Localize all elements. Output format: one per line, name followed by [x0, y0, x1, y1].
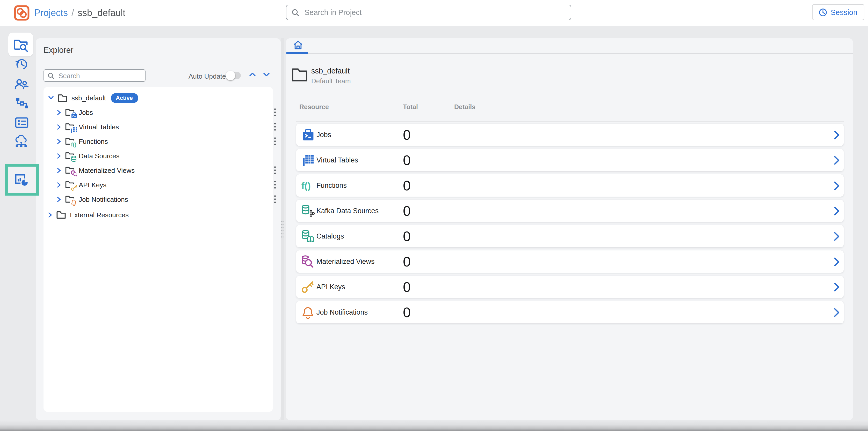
- resource-total: 0: [403, 301, 411, 323]
- kebab-menu-icon[interactable]: [272, 179, 278, 190]
- folder-icon: [57, 211, 66, 219]
- resource-label: Catalogs: [316, 225, 344, 247]
- resource-label: API Keys: [316, 276, 345, 298]
- data-sources-folder-icon: [65, 152, 74, 160]
- resource-row-kafka-data-sources[interactable]: Kafka Data Sources 0: [296, 200, 844, 222]
- resource-row-virtual-tables[interactable]: Virtual Tables 0: [296, 149, 844, 171]
- rail-history-icon[interactable]: [13, 56, 29, 72]
- expand-down-icon[interactable]: [262, 72, 270, 77]
- explorer-search-input[interactable]: [58, 71, 145, 80]
- tree-label: Virtual Tables: [79, 123, 119, 131]
- rail-users-icon[interactable]: [13, 76, 29, 92]
- tree-row-functions[interactable]: f() Functions: [43, 134, 286, 148]
- chevron-right-icon[interactable]: [57, 109, 61, 115]
- chevron-right-icon[interactable]: [834, 257, 839, 266]
- column-header-total: Total: [403, 103, 418, 111]
- resource-row-functions[interactable]: f() Functions 0: [296, 174, 844, 197]
- project-search-input[interactable]: [304, 8, 571, 17]
- tree-row-ssb-default[interactable]: ssb_default Active: [43, 91, 278, 105]
- chevron-right-icon[interactable]: [57, 182, 61, 188]
- explorer-search: [43, 69, 146, 82]
- resource-row-job-notifications[interactable]: Job Notifications 0: [296, 301, 844, 323]
- collapse-up-icon[interactable]: [249, 72, 256, 77]
- app-logo-icon[interactable]: [14, 5, 30, 21]
- session-button[interactable]: Session: [812, 4, 864, 20]
- resource-label: Virtual Tables: [316, 149, 358, 171]
- tree-row-virtual-tables[interactable]: Virtual Tables: [43, 120, 286, 134]
- chevron-right-icon[interactable]: [834, 308, 839, 317]
- resize-grip-dots-icon[interactable]: [280, 220, 284, 237]
- kebab-menu-icon[interactable]: [272, 136, 278, 146]
- breadcrumb-separator: /: [71, 8, 74, 18]
- rail-lineage-icon[interactable]: [14, 95, 30, 111]
- auto-update-toggle[interactable]: [227, 72, 241, 79]
- tree-row-api-keys[interactable]: API Keys: [43, 177, 286, 192]
- resource-row-api-keys[interactable]: API Keys 0: [296, 276, 844, 298]
- functions-icon: f(): [301, 178, 315, 193]
- chevron-right-icon[interactable]: [834, 283, 839, 292]
- tree-label: External Resources: [70, 211, 129, 219]
- breadcrumb: Projects/ssb_default: [34, 0, 125, 26]
- chevron-right-icon[interactable]: [57, 153, 61, 159]
- tree-label: API Keys: [79, 181, 106, 189]
- functions-folder-icon: f(): [65, 137, 74, 145]
- active-badge: Active: [111, 93, 138, 103]
- chevron-right-icon[interactable]: [834, 181, 839, 190]
- chevron-right-icon[interactable]: [834, 130, 839, 140]
- tree-row-external-resources[interactable]: External Resources: [43, 207, 278, 222]
- breadcrumb-projects-link[interactable]: Projects: [34, 8, 68, 18]
- chevron-right-icon[interactable]: [57, 124, 61, 130]
- active-tab-indicator: [286, 52, 308, 54]
- resource-label: Job Notifications: [316, 301, 368, 323]
- search-icon: [48, 72, 54, 79]
- folder-icon: [58, 94, 67, 102]
- job-notifications-folder-icon: [65, 195, 74, 203]
- project-search: [286, 5, 571, 20]
- tree-label: Jobs: [79, 108, 93, 116]
- resource-total: 0: [403, 225, 411, 247]
- column-header-details: Details: [454, 103, 475, 111]
- svg-text:f(): f(): [302, 180, 311, 191]
- chevron-right-icon[interactable]: [57, 138, 61, 144]
- table-header-divider: [296, 121, 844, 122]
- tab-bar-divider: [286, 53, 853, 54]
- tree-label: ssb_default: [71, 94, 106, 102]
- resource-row-catalogs[interactable]: Catalogs 0: [296, 225, 844, 247]
- rail-explorer-icon[interactable]: [13, 37, 29, 52]
- tree-row-materialized-views[interactable]: Materialized Views: [43, 163, 286, 177]
- rail-data-definitions-icon[interactable]: [14, 115, 30, 130]
- kebab-menu-icon[interactable]: [272, 122, 278, 132]
- tree-label: Functions: [79, 137, 108, 145]
- materialized-views-folder-icon: [65, 166, 74, 174]
- rail-cloud-resources-icon[interactable]: [13, 133, 29, 149]
- chevron-right-icon[interactable]: [834, 156, 839, 165]
- resource-total: 0: [403, 174, 411, 197]
- resource-label: Kafka Data Sources: [316, 200, 379, 222]
- kebab-menu-icon[interactable]: [272, 194, 278, 204]
- clock-icon: [819, 8, 827, 16]
- chevron-right-icon[interactable]: [48, 212, 52, 218]
- tree-row-job-notifications[interactable]: Job Notifications: [43, 192, 286, 206]
- chevron-right-icon[interactable]: [834, 206, 839, 216]
- key-badge-icon: [71, 185, 77, 191]
- api-key-icon: [301, 280, 315, 294]
- rail-monitoring-icon[interactable]: [14, 172, 30, 188]
- chevron-down-icon[interactable]: [48, 96, 54, 100]
- tab-home[interactable]: [290, 40, 306, 52]
- chevron-right-icon[interactable]: [834, 232, 839, 241]
- function-badge-icon: f(): [71, 141, 77, 147]
- resource-row-materialized-views[interactable]: Materialized Views 0: [296, 251, 844, 273]
- kebab-menu-icon[interactable]: [272, 107, 278, 118]
- tree-row-data-sources[interactable]: Data Sources: [43, 148, 286, 163]
- virtual-tables-icon: [301, 153, 315, 167]
- tree-row-jobs[interactable]: Jobs: [43, 105, 286, 120]
- kebab-menu-icon[interactable]: [272, 165, 278, 175]
- project-name: ssb_default: [311, 67, 349, 75]
- resource-total: 0: [403, 149, 411, 171]
- chevron-right-icon[interactable]: [57, 167, 61, 173]
- svg-text:f(): f(): [71, 141, 76, 147]
- chevron-right-icon[interactable]: [57, 196, 61, 202]
- resource-row-jobs[interactable]: Jobs 0: [296, 124, 844, 146]
- resource-total: 0: [403, 276, 411, 298]
- column-header-resource: Resource: [299, 103, 329, 111]
